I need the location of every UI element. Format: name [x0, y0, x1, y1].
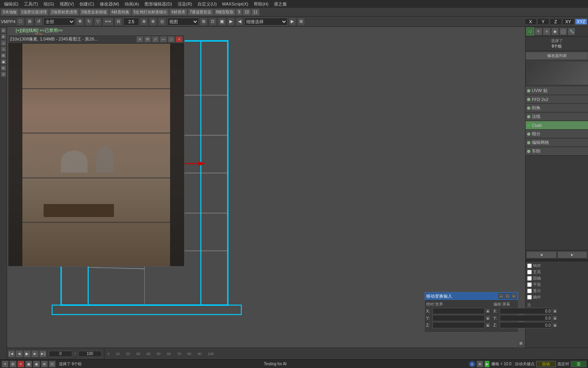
toolbar-snap1-btn[interactable]: ⊕ [140, 17, 148, 26]
rpi-icon-hierarchy[interactable]: ≡ [543, 28, 551, 35]
toolbar-back-btn[interactable]: ◀ [236, 17, 244, 26]
snap-value-input[interactable] [123, 18, 139, 26]
rpi-icon-utilities[interactable]: 🔧 [568, 28, 575, 35]
toolbar-loop-btn[interactable]: ↺ [35, 17, 43, 26]
toolbar-camera-btn[interactable]: ◎ [158, 17, 167, 26]
checkbox-2[interactable] [527, 270, 532, 274]
mod-nav-right[interactable]: ► [557, 251, 588, 258]
status-icon-3[interactable]: ▶ [484, 361, 490, 368]
lsb-btn-4[interactable]: ◇ [1, 46, 6, 52]
move-dialog-restore[interactable]: □ [505, 293, 510, 299]
toolbar-region-btn[interactable]: ⊞ [26, 17, 34, 26]
toolbar-scale-btn[interactable]: ▽ [94, 17, 102, 26]
quickaccess-item-4[interactable]: 4材质转换 [109, 9, 131, 16]
menu-view[interactable]: 视图(V) [57, 1, 77, 7]
tl-play[interactable]: ▶ [24, 350, 31, 357]
off-z-up[interactable]: ▲ [553, 323, 557, 328]
status-icon-2[interactable]: ⊕ [476, 361, 484, 368]
quickaccess-item-8[interactable]: 8模型取取 [214, 9, 236, 16]
tl-total-input[interactable] [78, 351, 102, 357]
modifier-editmesh[interactable]: 编辑网格 [526, 138, 588, 147]
modifier-ffd[interactable]: FFD 2x2 [526, 95, 588, 104]
modifier-chamfer[interactable]: 削角 [526, 104, 588, 112]
toolbar-view-btn4[interactable]: ▣ [218, 17, 226, 26]
rpi-icon-motion[interactable]: ◉ [551, 28, 559, 35]
checkbox-1[interactable] [527, 263, 532, 268]
quickaccess-item-9[interactable]: 9 [236, 9, 242, 16]
off-x-up[interactable]: ▲ [553, 309, 557, 313]
checkbox-5[interactable] [527, 289, 532, 293]
tl-next-key[interactable]: ► [31, 350, 38, 357]
abs-z-up[interactable]: ▲ [485, 323, 490, 328]
menu-animation[interactable]: 动画(A) [122, 1, 141, 7]
status-tb-1[interactable]: ≡ [2, 361, 9, 368]
toolbar-render1-btn[interactable]: ▶ [288, 17, 296, 26]
iv-maximize-btn[interactable]: □ [168, 36, 175, 42]
lsb-btn-5[interactable]: ⊞ [1, 53, 6, 58]
quickaccess-item-11[interactable]: 11 [251, 9, 260, 16]
selection-btn[interactable]: 选 [571, 361, 586, 367]
status-tb-5[interactable]: ◉ [33, 361, 40, 368]
iv-restore-btn[interactable]: ⟳ [144, 36, 151, 42]
menu-customize[interactable]: 自定义(U) [195, 1, 219, 7]
menu-help[interactable]: 帮助(H) [251, 1, 271, 7]
modifier-normal[interactable]: 法线 [526, 112, 588, 121]
iv-minimize-btn[interactable]: — [160, 36, 167, 42]
toolbar-play-btn[interactable]: ▶ [227, 17, 235, 26]
quickaccess-item-2[interactable]: 2场景材质清理 [49, 9, 79, 16]
quickaccess-item-5[interactable]: 5全局灯光材质细分 [132, 9, 169, 16]
checkbox-6[interactable] [527, 295, 532, 300]
lsb-btn-2[interactable]: ⊕ [1, 34, 6, 39]
timeline-track[interactable]: 0 10 20 30 40 50 60 70 80 90 100 [104, 348, 588, 359]
toolbar-view-btn2[interactable]: ⊞ [200, 17, 208, 26]
status-tb-3[interactable]: ✕ [17, 361, 24, 368]
status-tb-4[interactable]: ▣ [25, 361, 32, 368]
abs-x-up[interactable]: ▲ [485, 309, 490, 313]
toolbar-snap2-btn[interactable]: ⊕ [149, 17, 157, 26]
quickaccess-item-6[interactable]: 6材质库 [169, 9, 187, 16]
rpi-icon-display[interactable]: ◯ [559, 28, 567, 35]
lsb-btn-3[interactable]: △ [1, 40, 6, 46]
move-dialog-close[interactable]: × [511, 293, 517, 299]
menu-group[interactable]: 组(G) [41, 1, 57, 7]
menu-modifier[interactable]: 修改器(M) [97, 1, 122, 7]
checkbox-3[interactable] [527, 276, 532, 281]
modifier-cloth[interactable]: Cloth [526, 121, 588, 130]
lsb-btn-6[interactable]: ▣ [1, 59, 6, 64]
abs-y-up[interactable]: ▲ [485, 316, 490, 320]
lsb-btn-7[interactable]: ⊟ [1, 65, 6, 71]
quickaccess-item-3[interactable]: 3场景反射插值 [79, 9, 109, 16]
auto-key-btn[interactable]: 自动 [536, 361, 556, 367]
status-tb-2[interactable]: ⊞ [9, 361, 16, 368]
checkbox-4[interactable] [527, 282, 532, 287]
menu-graph-editor[interactable]: 图形编辑器(D) [142, 1, 174, 7]
move-dialog-minimize[interactable]: — [498, 293, 504, 299]
menu-tools[interactable]: 工具(T) [22, 1, 40, 7]
toolbar-align-btn[interactable]: ⊟ [114, 17, 123, 26]
modifier-list-btn[interactable]: 修改器列表 [526, 52, 588, 60]
toolbar-render2-btn[interactable]: ⊞ [297, 17, 305, 26]
menu-extra[interactable]: 灌之服 [271, 1, 289, 7]
menu-edit[interactable]: 编辑(E) [2, 1, 21, 7]
abs-z-input[interactable] [432, 322, 485, 328]
off-y-input[interactable] [500, 315, 552, 321]
tl-next-frame[interactable]: ►| [39, 350, 46, 357]
abs-y-input[interactable] [432, 315, 485, 321]
tl-prev-key[interactable]: ◄ [16, 350, 23, 357]
off-z-input[interactable] [500, 322, 552, 328]
status-world-icon[interactable]: ◎ [469, 361, 476, 368]
rpi-icon-modify[interactable]: ⬡ [526, 28, 534, 35]
iv-menu-btn[interactable]: ≡ [136, 36, 143, 42]
mod-nav-left[interactable]: ◄ [526, 251, 557, 258]
menu-create[interactable]: 创建(C) [77, 1, 96, 7]
modifier-subdivide[interactable]: 细分 [526, 130, 588, 138]
menu-maxscript[interactable]: MAXScript(X) [220, 1, 251, 7]
transform-mode-dropdown[interactable]: 细微选择 [244, 18, 288, 26]
viewport-mode-dropdown[interactable]: 全部 [44, 18, 75, 26]
modifier-uvw[interactable]: UVW 贴 [526, 86, 588, 95]
off-y-up[interactable]: ▲ [553, 316, 557, 320]
image-viewer-titlebar[interactable]: 210x1308像素, 1.04MB - 2345看图王 - 第26... ≡ … [8, 35, 184, 44]
modifier-lathe[interactable]: 车削 [526, 147, 588, 156]
tl-prev-frame[interactable]: |◄ [8, 350, 15, 357]
quickaccess-item-10[interactable]: 10 [243, 9, 251, 16]
